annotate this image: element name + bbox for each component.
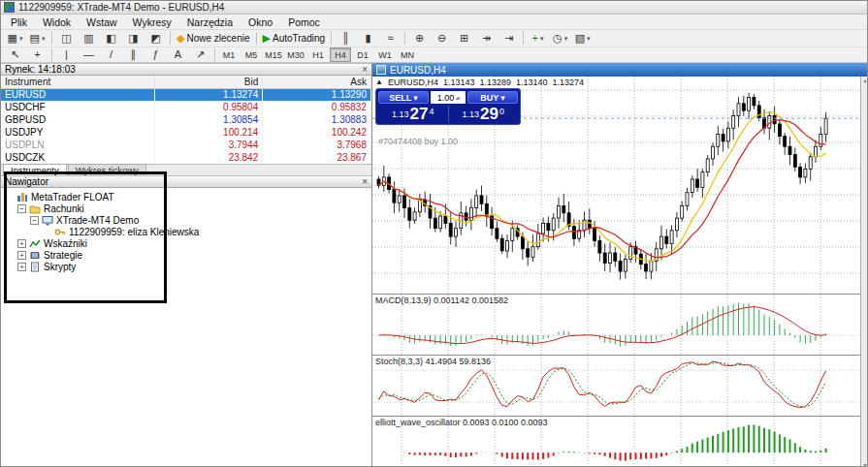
autotrading-button[interactable]: ▶AutoTrading bbox=[260, 30, 329, 47]
chart-scrollbar[interactable]: ▴ ▾ bbox=[860, 77, 868, 467]
volume-input[interactable]: 1.00 ▴▾ bbox=[431, 91, 466, 104]
buy-price[interactable]: 1.13 29 0 bbox=[449, 106, 519, 122]
zoom-in-button[interactable]: ⊕ bbox=[408, 30, 431, 47]
timeframe-m30[interactable]: M30 bbox=[285, 47, 306, 62]
chart-shift-button[interactable]: ⇥ bbox=[498, 30, 520, 47]
sell-price[interactable]: 1.13 27 4 bbox=[378, 106, 449, 122]
indicators-button[interactable]: +▾ bbox=[527, 30, 549, 47]
timeframe-mn[interactable]: MN bbox=[397, 47, 418, 62]
market-watch-close-button[interactable]: × bbox=[362, 65, 368, 74]
buy-price-big: 29 bbox=[480, 107, 498, 121]
stochastic-panel[interactable]: Stoch(8,3,3) 41.4904 59.8136 bbox=[372, 355, 860, 417]
tree-item-xtrade-mt4-demo[interactable]: −XTrade-MT4 Demo bbox=[1, 214, 371, 226]
symbol-cell: USDJPY bbox=[1, 126, 154, 139]
navigator-close-button[interactable]: × bbox=[362, 177, 368, 186]
menu-widok[interactable]: Widok bbox=[35, 16, 79, 29]
bid-cell: 3.7944 bbox=[154, 139, 263, 151]
market-watch-toggle[interactable]: ◫ bbox=[55, 30, 78, 47]
tile-windows-button[interactable]: ⊞ bbox=[453, 30, 475, 47]
autotrading-icon: ▶ bbox=[263, 33, 271, 44]
timeframe-m5[interactable]: M5 bbox=[241, 47, 262, 62]
new-chart-icon: ▦ bbox=[8, 33, 17, 44]
quote-row-usdpln[interactable]: USDPLN3.79443.7968 bbox=[1, 139, 371, 151]
timeframe-d1[interactable]: D1 bbox=[352, 47, 373, 62]
line-chart-button[interactable]: ≈ bbox=[379, 30, 402, 47]
mt4-window: 1122909959: XTrade-MT4 Demo - EURUSD,H4 … bbox=[0, 0, 868, 467]
crosshair-button[interactable]: + bbox=[26, 47, 48, 63]
timeframe-h4[interactable]: H4 bbox=[330, 47, 351, 62]
navigator-tree: MetaTrader FLOAT−Rachunki−XTrade-MT4 Dem… bbox=[1, 188, 371, 272]
menu-narz-dzia[interactable]: Narzędzia bbox=[179, 16, 241, 29]
scroll-down-icon[interactable]: ▾ bbox=[863, 461, 866, 467]
cursor-button[interactable]: ↖ bbox=[4, 47, 26, 63]
arrows-button[interactable]: ↗ bbox=[189, 47, 211, 63]
buy-button-label: BUY bbox=[480, 93, 498, 103]
strategy-tester-toggle[interactable]: ◩ bbox=[145, 30, 167, 47]
periods-button[interactable]: ◷▾ bbox=[549, 30, 571, 47]
horizontal-line-button[interactable]: — bbox=[78, 47, 100, 63]
volume-spinner[interactable]: ▴▾ bbox=[456, 95, 459, 101]
quote-row-gbpusd[interactable]: GBPUSD1.308541.30883 bbox=[1, 113, 371, 126]
key-icon bbox=[54, 227, 66, 237]
macd-panel[interactable]: MACD(8,13,9) 0.001142 0.001582 bbox=[372, 294, 860, 356]
chevron-down-icon: ▾ bbox=[19, 35, 23, 43]
timeframe-m15[interactable]: M15 bbox=[263, 47, 284, 62]
scroll-up-icon[interactable]: ▴ bbox=[863, 77, 866, 83]
text-button[interactable]: A bbox=[167, 47, 189, 63]
timeframe-h1[interactable]: H1 bbox=[307, 47, 329, 62]
tree-item-strategie[interactable]: +Strategie bbox=[1, 249, 371, 261]
buy-button[interactable]: BUY ▾ bbox=[467, 91, 518, 104]
expand-icon[interactable]: + bbox=[17, 239, 26, 248]
collapse-icon[interactable]: − bbox=[17, 204, 26, 213]
candlestick-chart-button[interactable]: ▮ bbox=[357, 30, 379, 47]
toolbar-separator bbox=[214, 48, 215, 61]
price-chart-panel[interactable]: ▲ EURUSD,H4 1.13143 1.13289 1.13140 1.13… bbox=[372, 77, 860, 294]
title-bar[interactable]: 1122909959: XTrade-MT4 Demo - EURUSD,H4 bbox=[1, 1, 867, 15]
toolbar-separator bbox=[170, 32, 171, 45]
menu-pomoc[interactable]: Pomoc bbox=[280, 16, 328, 29]
trendline-button[interactable]: / bbox=[100, 47, 122, 63]
quote-row-usdczk[interactable]: USDCZK23.84223.867 bbox=[1, 151, 371, 164]
terminal-toggle[interactable]: ◨ bbox=[122, 30, 145, 47]
quote-row-usdjpy[interactable]: USDJPY100.214100.242 bbox=[1, 126, 371, 139]
tree-item-metatrader-float[interactable]: MetaTrader FLOAT bbox=[1, 191, 371, 202]
navigator-toggle[interactable]: ◧ bbox=[100, 30, 122, 47]
timeframe-w1[interactable]: W1 bbox=[374, 47, 396, 62]
bid-cell: 23.842 bbox=[154, 151, 263, 164]
chevron-down-icon: ▾ bbox=[587, 35, 591, 43]
quote-row-usdchf[interactable]: USDCHF0.958040.95832 bbox=[1, 101, 371, 113]
bar-chart-button[interactable]: ║ bbox=[335, 30, 357, 47]
timeframe-m1[interactable]: M1 bbox=[218, 47, 240, 62]
data-window-toggle[interactable]: ▥ bbox=[78, 30, 100, 47]
templates-button[interactable]: ▧▾ bbox=[571, 30, 594, 47]
collapse-icon[interactable]: − bbox=[30, 216, 39, 225]
menu-plik[interactable]: Plik bbox=[3, 16, 35, 29]
fibonacci-button[interactable]: ƒ bbox=[145, 47, 167, 63]
column-header-ask: Ask bbox=[263, 76, 371, 88]
quote-row-eurusd[interactable]: EURUSD1.132741.13290 bbox=[1, 88, 371, 101]
ask-cell: 0.95832 bbox=[263, 101, 371, 113]
tree-item-skrypty[interactable]: +Skrypty bbox=[1, 261, 371, 272]
channel-button[interactable]: ∥ bbox=[122, 47, 145, 63]
menu-okno[interactable]: Okno bbox=[241, 16, 280, 29]
auto-scroll-button[interactable]: ↠ bbox=[475, 30, 498, 47]
expand-icon[interactable]: + bbox=[17, 263, 26, 271]
chart-title-bar[interactable]: EURUSD,H4 bbox=[372, 63, 868, 77]
profiles-button[interactable]: ▤▾ bbox=[26, 30, 48, 47]
menu-wykresy[interactable]: Wykresy bbox=[125, 16, 179, 29]
new-chart-button[interactable]: ▦▾ bbox=[4, 30, 26, 47]
vertical-line-button[interactable]: | bbox=[55, 47, 78, 63]
expand-icon[interactable]: + bbox=[17, 251, 26, 260]
sell-button[interactable]: SELL ▾ bbox=[378, 91, 429, 104]
elliott-wave-panel[interactable]: elliott_wave_oscillator 0.0093 0.0100 0.… bbox=[372, 416, 860, 467]
new-order-button[interactable]: ◆Nowe zlecenie bbox=[174, 30, 253, 47]
folder-icon bbox=[29, 203, 41, 214]
script-icon bbox=[29, 262, 41, 272]
menu-wstaw[interactable]: Wstaw bbox=[79, 16, 125, 29]
tree-item-1122909959-eliza-kleniewska[interactable]: 1122909959: eliza Kleniewska bbox=[1, 226, 371, 237]
tab-wykres-tickowy[interactable]: Wykres tickowy bbox=[68, 164, 146, 175]
tab-instrumenty[interactable]: Instrumenty bbox=[3, 164, 67, 175]
tree-item-wska-niki[interactable]: +Wskaźniki bbox=[1, 237, 371, 249]
tree-item-rachunki[interactable]: −Rachunki bbox=[1, 202, 371, 214]
zoom-out-button[interactable]: ⊖ bbox=[431, 30, 453, 47]
